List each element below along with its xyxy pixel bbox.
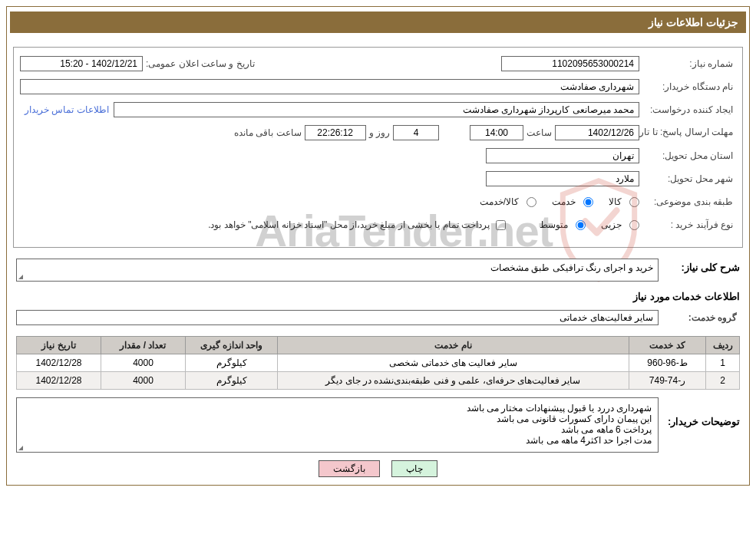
table-row: 2ر-74-749سایر فعالیت‌های حرفه‌ای، علمی و… xyxy=(17,372,740,390)
radio-goods[interactable] xyxy=(629,197,639,207)
radio-minor[interactable] xyxy=(629,220,639,230)
radio-both-label: کالا/خدمت xyxy=(469,196,519,207)
category-label: طبقه بندی موضوعی: xyxy=(639,196,736,207)
service-group-label: گروه خدمت: xyxy=(659,312,740,323)
remaining-label: ساعت باقی مانده xyxy=(231,127,305,138)
button-row: چاپ بازگشت xyxy=(10,460,746,477)
page-frame: جزئیات اطلاعات نیاز شماره نیاز: 11020956… xyxy=(6,6,750,486)
purchase-type-label: نوع فرآیند خرید : xyxy=(639,219,736,230)
cell-code: ر-74-749 xyxy=(629,372,706,390)
cell-date: 1402/12/28 xyxy=(17,372,101,390)
province-value: تهران xyxy=(486,148,639,163)
need-no-label: شماره نیاز: xyxy=(639,58,736,69)
radio-goods-label: کالا xyxy=(598,196,622,207)
radio-minor-label: جزیی xyxy=(590,219,622,230)
col-name: نام خدمت xyxy=(278,337,629,354)
cell-date: 1402/12/28 xyxy=(17,354,101,372)
days-remaining: 4 xyxy=(393,125,439,140)
col-row: ردیف xyxy=(706,337,740,354)
print-button[interactable]: چاپ xyxy=(391,460,437,477)
radio-medium-label: متوسط xyxy=(529,219,568,230)
buyer-notes-label: توضیحات خریدار: xyxy=(659,397,740,427)
buyer-contact-link[interactable]: اطلاعات تماس خریدار xyxy=(20,104,114,115)
page-title: جزئیات اطلاعات نیاز xyxy=(10,12,746,33)
col-qty: تعداد / مقدار xyxy=(101,337,186,354)
announce-value: 1402/12/21 - 15:20 xyxy=(20,56,143,71)
countdown-value: 22:26:12 xyxy=(305,125,366,140)
requester-value: محمد میرصانعی کارپرداز شهرداری صفادشت xyxy=(114,102,639,117)
days-label: روز و xyxy=(366,127,393,138)
cell-code: ط-96-960 xyxy=(629,354,706,372)
cell-unit: کیلوگرم xyxy=(186,372,278,390)
services-header: اطلاعات خدمات مورد نیاز xyxy=(16,291,740,302)
back-button[interactable]: بازگشت xyxy=(319,460,380,477)
time-label: ساعت xyxy=(523,127,555,138)
payment-note: پرداخت تمام یا بخشی از مبلغ خرید،از محل … xyxy=(208,219,496,230)
purchase-type-radio-group: جزیی متوسط xyxy=(529,219,639,230)
services-table: ردیف کد خدمت نام خدمت واحد اندازه گیری ت… xyxy=(16,336,740,390)
desc-label: شرح کلی نیاز: xyxy=(659,259,740,273)
cell-name: سایر فعالیت‌های حرفه‌ای، علمی و فنی طبقه… xyxy=(278,372,629,390)
deadline-time: 14:00 xyxy=(470,125,523,140)
announce-label: تاریخ و ساعت اعلان عمومی: xyxy=(143,58,258,69)
requester-label: ایجاد کننده درخواست: xyxy=(639,104,736,115)
cell-qty: 4000 xyxy=(101,372,186,390)
city-value: ملارد xyxy=(486,171,639,186)
col-date: تاریخ نیاز xyxy=(17,337,101,354)
buyer-org-value: شهرداری صفادشت xyxy=(20,79,639,94)
cell-qty: 4000 xyxy=(101,354,186,372)
city-label: شهر محل تحویل: xyxy=(639,173,736,184)
need-no-value: 1102095653000214 xyxy=(501,56,639,71)
category-radio-group: کالا خدمت کالا/خدمت xyxy=(469,196,639,207)
radio-medium[interactable] xyxy=(576,220,586,230)
treasury-checkbox[interactable] xyxy=(496,220,506,230)
col-unit: واحد اندازه گیری xyxy=(186,337,278,354)
deadline-date: 1402/12/26 xyxy=(555,125,639,140)
cell-n: 2 xyxy=(706,372,740,390)
service-group-value: سایر فعالیت‌های خدماتی xyxy=(16,310,659,325)
cell-unit: کیلوگرم xyxy=(186,354,278,372)
radio-service-label: خدمت xyxy=(541,196,576,207)
col-code: کد خدمت xyxy=(629,337,706,354)
details-panel: شماره نیاز: 1102095653000214 تاریخ و ساع… xyxy=(13,47,743,248)
radio-service[interactable] xyxy=(583,197,593,207)
buyer-org-label: نام دستگاه خریدار: xyxy=(639,81,736,92)
buyer-notes-textarea[interactable]: شهرداری دررد یا قبول پیشنهادات مختار می … xyxy=(16,397,659,453)
table-row: 1ط-96-960سایر فعالیت های خدماتی شخصیکیلو… xyxy=(17,354,740,372)
cell-name: سایر فعالیت های خدماتی شخصی xyxy=(278,354,629,372)
radio-both[interactable] xyxy=(527,197,536,207)
desc-textarea[interactable]: خرید و اجرای رنگ ترافیکی طبق مشخصات xyxy=(16,259,659,282)
province-label: استان محل تحویل: xyxy=(639,150,736,161)
deadline-label: مهلت ارسال پاسخ: تا تاریخ: xyxy=(639,127,736,139)
cell-n: 1 xyxy=(706,354,740,372)
